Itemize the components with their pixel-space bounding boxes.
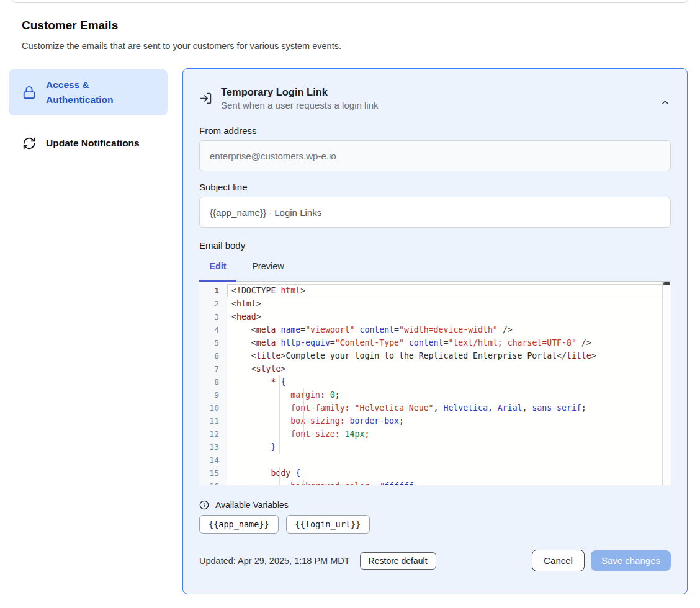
editor-scrollbar bbox=[662, 282, 671, 485]
code-line[interactable]: <!DOCTYPE html> bbox=[227, 284, 662, 297]
line-number: 6 bbox=[199, 349, 227, 362]
panel-header: Temporary Login Link Sent when a user re… bbox=[199, 86, 671, 110]
page-subtitle: Customize the emails that are sent to yo… bbox=[22, 41, 341, 51]
email-body-label: Email body bbox=[199, 240, 671, 251]
refresh-icon bbox=[22, 136, 36, 150]
code-line[interactable]: background-color: #ffffff; bbox=[227, 480, 662, 485]
available-variables-header: Available Variables bbox=[199, 500, 671, 510]
from-address-label: From address bbox=[199, 125, 671, 136]
code-line[interactable]: <title>Complete your login to the Replic… bbox=[227, 349, 662, 362]
line-number: 16 bbox=[199, 480, 227, 485]
from-address-input[interactable] bbox=[199, 140, 671, 171]
code-line[interactable]: } bbox=[227, 440, 662, 454]
code-editor[interactable]: 12345678910111213141516 <!DOCTYPE html><… bbox=[199, 282, 671, 485]
panel-subtitle: Sent when a user requests a login link bbox=[221, 100, 660, 110]
editor-scrollbar-thumb[interactable] bbox=[663, 282, 670, 285]
collapse-section-button[interactable] bbox=[660, 91, 671, 110]
editor-code: <!DOCTYPE html><html><head> <meta name="… bbox=[227, 282, 662, 485]
info-icon bbox=[199, 500, 209, 510]
code-line[interactable]: <head> bbox=[227, 310, 662, 323]
email-types-sidebar: Access & Authentication Update Notificat… bbox=[9, 69, 168, 159]
customer-emails-page: Customer Emails Customize the emails tha… bbox=[0, 0, 700, 608]
sidebar-item-update-notifications[interactable]: Update Notifications bbox=[9, 128, 168, 159]
tab-edit[interactable]: Edit bbox=[199, 258, 236, 281]
code-line[interactable] bbox=[227, 454, 662, 467]
line-number: 11 bbox=[199, 414, 227, 427]
available-variables-label: Available Variables bbox=[215, 500, 289, 510]
editor-gutter: 12345678910111213141516 bbox=[199, 282, 227, 485]
panel-footer: Updated: Apr 29, 2025, 1:18 PM MDT Resto… bbox=[199, 550, 671, 571]
line-number: 3 bbox=[199, 310, 227, 323]
subject-line-input[interactable] bbox=[199, 197, 671, 228]
page-title: Customer Emails bbox=[22, 19, 118, 32]
code-line[interactable]: <meta http-equiv="Content-Type" content=… bbox=[227, 336, 662, 349]
line-number: 2 bbox=[199, 297, 227, 310]
sidebar-item-label: Update Notifications bbox=[46, 136, 140, 151]
line-number: 10 bbox=[199, 401, 227, 414]
code-line[interactable]: <style> bbox=[227, 362, 662, 375]
panel-title: Temporary Login Link bbox=[221, 86, 660, 98]
tab-preview[interactable]: Preview bbox=[251, 258, 285, 281]
log-in-icon bbox=[199, 92, 212, 105]
line-number: 12 bbox=[199, 427, 227, 440]
cancel-button[interactable]: Cancel bbox=[532, 550, 585, 571]
lock-icon bbox=[22, 86, 36, 99]
sidebar-item-label: Access & Authentication bbox=[46, 78, 140, 107]
line-number: 1 bbox=[199, 284, 227, 297]
code-line[interactable]: margin: 0; bbox=[227, 388, 662, 401]
panel-titles: Temporary Login Link Sent when a user re… bbox=[221, 86, 660, 110]
line-number: 13 bbox=[199, 440, 227, 454]
code-line[interactable]: font-size: 14px; bbox=[227, 427, 662, 440]
line-number: 5 bbox=[199, 336, 227, 349]
temporary-login-link-panel: Temporary Login Link Sent when a user re… bbox=[182, 68, 688, 594]
chevron-up-icon bbox=[660, 97, 671, 108]
restore-default-button[interactable]: Restore default bbox=[360, 552, 436, 570]
line-number: 14 bbox=[199, 454, 227, 467]
code-line[interactable]: * { bbox=[227, 375, 662, 388]
line-number: 15 bbox=[199, 467, 227, 480]
updated-timestamp: Updated: Apr 29, 2025, 1:18 PM MDT bbox=[199, 556, 350, 566]
email-body-tabs: Edit Preview bbox=[199, 258, 671, 282]
save-changes-button[interactable]: Save changes bbox=[591, 550, 671, 571]
line-number: 4 bbox=[199, 323, 227, 336]
variable-chip-login-url[interactable]: {{login_url}} bbox=[286, 515, 370, 534]
variable-chip-app-name[interactable]: {{app_name}} bbox=[199, 515, 279, 534]
line-number: 9 bbox=[199, 388, 227, 401]
subject-line-label: Subject line bbox=[199, 182, 671, 192]
code-line[interactable]: box-sizing: border-box; bbox=[227, 414, 662, 427]
variable-chips: {{app_name}} {{login_url}} bbox=[199, 515, 671, 534]
line-number: 7 bbox=[199, 362, 227, 375]
previous-card-edge bbox=[11, 0, 689, 3]
code-line[interactable]: font-family: "Helvetica Neue", Helvetica… bbox=[227, 401, 662, 414]
sidebar-item-access-authentication[interactable]: Access & Authentication bbox=[9, 69, 168, 115]
code-line[interactable]: body { bbox=[227, 467, 662, 480]
line-number: 8 bbox=[199, 375, 227, 388]
code-line[interactable]: <html> bbox=[227, 297, 662, 310]
code-line[interactable]: <meta name="viewport" content="width=dev… bbox=[227, 323, 662, 336]
